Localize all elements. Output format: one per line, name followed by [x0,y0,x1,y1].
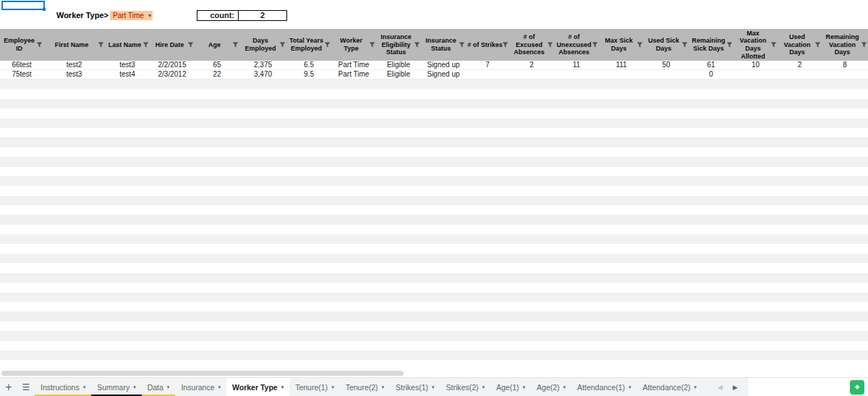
sheet-tab-strikes-2[interactable]: Strikes(2)▾ [441,378,490,396]
column-header-used-vacation-days[interactable]: Used Vacation Days [778,29,822,61]
cell[interactable]: 0 [689,70,733,79]
empty-row[interactable] [0,108,868,118]
filter-icon[interactable] [502,42,509,48]
cell[interactable]: Signed up [421,70,466,79]
tab-dropdown-icon[interactable]: ▾ [218,384,221,390]
sheet-tab-data[interactable]: Data▾ [142,378,176,396]
horizontal-scrollbar-thumb[interactable] [1,371,404,376]
filter-icon[interactable] [279,42,286,48]
filter-icon[interactable] [547,42,553,48]
filter-icon[interactable] [369,42,375,48]
empty-row[interactable] [0,147,868,157]
sheet-tab-summary[interactable]: Summary▾ [91,378,141,396]
all-sheets-button[interactable]: ☰ [17,378,35,396]
filter-icon[interactable] [637,42,643,48]
cell[interactable]: 9.5 [286,70,331,79]
empty-row[interactable] [0,283,868,292]
tab-dropdown-icon[interactable]: ▾ [281,384,284,390]
count-label-cell[interactable]: count: [197,10,239,21]
empty-row[interactable] [0,341,868,350]
filter-icon[interactable] [770,42,777,48]
cell[interactable]: 66test [0,61,43,69]
sheet-tab-attendance-1[interactable]: Attendance(1)▾ [571,378,637,396]
cell[interactable] [466,70,509,79]
filter-icon[interactable] [142,42,149,48]
column-header-hire-date[interactable]: Hire Date [150,29,195,61]
empty-row[interactable] [0,311,868,321]
empty-row[interactable] [0,331,868,340]
cell[interactable]: 65 [195,61,239,69]
add-sheet-button[interactable]: + [0,378,17,396]
cell[interactable]: 6.5 [286,61,331,69]
filter-icon[interactable] [814,42,821,48]
cell[interactable]: test4 [105,70,150,79]
empty-row[interactable] [0,205,868,215]
cell[interactable]: 2/3/2012 [150,70,195,79]
column-header-first-name[interactable]: First Name [43,29,105,61]
filter-icon[interactable] [232,42,239,48]
filter-icon[interactable] [324,42,331,48]
empty-row[interactable] [0,167,868,176]
column-header-insurance-eligibility-status[interactable]: Insurance Eligibility Status [376,29,421,61]
cell[interactable] [509,70,554,79]
cell[interactable]: Eligible [376,61,421,69]
sheet-tab-age-2[interactable]: Age(2)▾ [531,378,571,396]
cell[interactable]: 75test [0,70,43,79]
empty-row[interactable] [0,360,868,369]
sheet-tab-tenure-2[interactable]: Tenure(2)▾ [340,378,390,396]
tab-dropdown-icon[interactable]: ▾ [629,384,631,390]
sheet-tab-tenure-1[interactable]: Tenure(1)▾ [289,378,339,396]
count-value-cell[interactable]: 2 [238,10,287,21]
cell[interactable]: Eligible [376,70,421,79]
cell[interactable]: 8 [822,61,868,69]
cell[interactable]: test3 [43,70,105,79]
empty-row[interactable] [0,244,868,254]
dropdown-arrow-icon[interactable]: ▾ [148,11,151,20]
sheet-tab-attendance-2[interactable]: Attendance(2)▾ [637,378,702,396]
cell[interactable] [778,70,822,79]
cell[interactable]: 50 [644,61,689,69]
empty-row[interactable] [0,186,868,195]
cell[interactable]: 2/2/2015 [150,61,195,69]
column-header-used-sick-days[interactable]: Used Sick Days [644,29,689,61]
empty-row[interactable] [0,196,868,205]
selected-cell[interactable] [1,1,45,10]
tab-dropdown-icon[interactable]: ▾ [331,384,334,390]
empty-row[interactable] [0,254,868,263]
filter-icon[interactable] [592,42,598,48]
column-header-max-vacation-days-allotted[interactable]: Max Vacation Days Allotted [733,29,778,61]
cell[interactable]: Part Time [331,70,376,79]
column-header-age[interactable]: Age [195,29,239,61]
empty-row[interactable] [0,128,868,137]
cell[interactable]: 2,375 [239,61,286,69]
tab-dropdown-icon[interactable]: ▾ [523,384,526,390]
cell[interactable]: 7 [466,61,509,69]
column-header-remaining-sick-days[interactable]: Remaining Sick Days [689,29,733,61]
tab-dropdown-icon[interactable]: ▾ [482,384,485,390]
cell[interactable]: 11 [554,61,599,69]
filter-icon[interactable] [187,42,194,48]
cell[interactable]: 2 [778,61,822,69]
tab-dropdown-icon[interactable]: ▾ [83,384,86,390]
cell[interactable]: Part Time [331,61,376,69]
filter-icon[interactable] [726,42,733,48]
column-header-employee-id[interactable]: Employee ID [0,29,43,61]
explore-button[interactable]: ✦ [850,380,864,395]
cell[interactable] [554,70,599,79]
cell[interactable]: 3,470 [239,70,286,79]
empty-row[interactable] [0,99,868,108]
filter-icon[interactable] [98,42,104,48]
cell[interactable]: test2 [43,61,105,69]
tab-scroll-right-icon[interactable]: ▶ [728,384,743,391]
empty-row[interactable] [0,119,868,128]
column-header-of-excused-absences[interactable]: # of Excused Absences [509,29,554,61]
cell[interactable]: 61 [689,61,733,69]
empty-row[interactable] [0,322,868,331]
column-header-of-unexcused-absences[interactable]: # of Unexcused Absences [554,29,599,61]
tab-dropdown-icon[interactable]: ▾ [563,384,566,390]
cell[interactable] [733,70,778,79]
cell[interactable] [822,70,868,79]
filter-icon[interactable] [459,42,465,48]
cell[interactable]: 111 [599,61,644,69]
column-header-of-strikes[interactable]: # of Strikes [466,29,509,61]
